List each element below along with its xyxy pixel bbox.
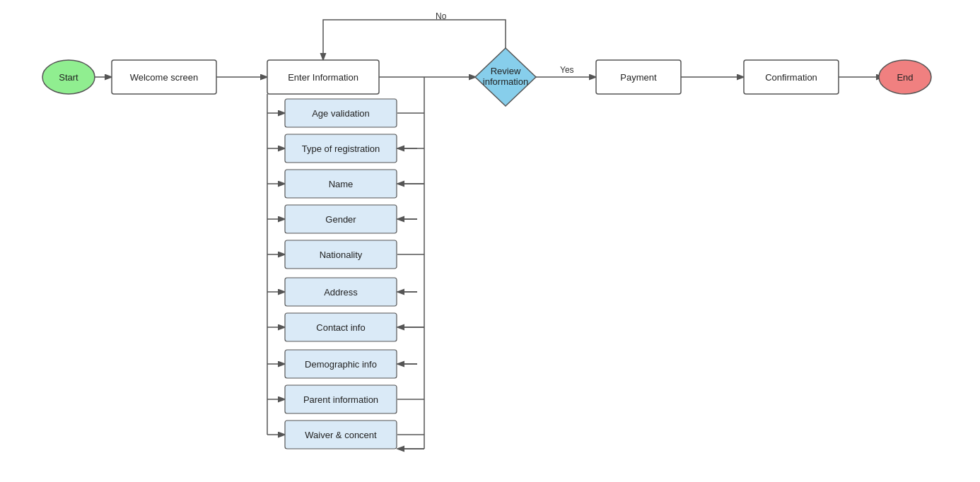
payment-label: Payment	[620, 72, 657, 83]
nationality-label: Nationality	[320, 249, 363, 260]
contact-label: Contact info	[316, 322, 365, 333]
waiver-label: Waiver & concent	[305, 430, 377, 440]
demographic-label: Demographic info	[305, 359, 377, 370]
enter-info-label: Enter Information	[288, 72, 358, 83]
confirmation-label: Confirmation	[765, 72, 817, 83]
tor-label: Type of registration	[302, 143, 380, 154]
arrow-no-loop	[323, 20, 506, 59]
parent-label: Parent information	[303, 394, 378, 405]
yes-label: Yes	[560, 65, 574, 75]
age-label: Age validation	[312, 108, 370, 119]
review-label-2: information	[483, 76, 528, 87]
review-label-1: Review	[491, 66, 521, 76]
address-label: Address	[324, 287, 358, 298]
name-label: Name	[329, 179, 354, 189]
end-label: End	[897, 72, 913, 83]
gender-label: Gender	[325, 214, 356, 225]
start-label: Start	[59, 72, 78, 83]
welcome-label: Welcome screen	[130, 72, 199, 83]
